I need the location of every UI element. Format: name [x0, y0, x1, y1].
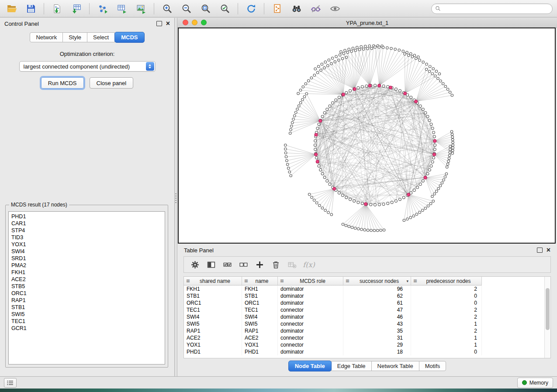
zoom-selected-button[interactable] [218, 2, 232, 15]
mcds-node-item[interactable]: SWI4 [9, 248, 165, 255]
network-graph[interactable] [179, 28, 555, 243]
mcds-node-item[interactable]: STP4 [9, 227, 165, 234]
cell-MCDS-role: connector [278, 320, 343, 327]
column-type-icon: ▦ [280, 279, 284, 283]
mcds-node-item[interactable]: GCR1 [9, 325, 165, 332]
close-panel-icon-button[interactable]: × [166, 21, 170, 26]
export-image-button[interactable] [134, 2, 148, 15]
zoom-out-button[interactable] [179, 2, 194, 15]
table-settings-button[interactable] [188, 258, 201, 271]
tab-mcds[interactable]: MCDS [114, 32, 144, 43]
mcds-result-list[interactable]: PHD1CAR1STP4TID3YOX1SWI4SRD1PMA2FKH1ACE2… [8, 211, 165, 364]
column-type-icon: ▦ [413, 279, 417, 283]
refresh-button[interactable] [244, 2, 258, 15]
mcds-node-item[interactable]: PMA2 [9, 262, 165, 269]
mcds-node-item[interactable]: CAR1 [9, 220, 165, 227]
table-row[interactable]: SWI4SWI4dominator462 [184, 313, 550, 320]
table-row[interactable]: SWI5SWI5connector431 [184, 320, 550, 327]
mcds-node-item[interactable]: PHD1 [9, 213, 165, 220]
search-field[interactable] [431, 3, 553, 14]
cell-successor-nodes: 35 [343, 327, 411, 334]
zoom-in-button[interactable] [160, 2, 174, 15]
optimization-criterion-select[interactable]: largest connected component (undirected) [19, 61, 156, 72]
tab-select[interactable]: Select [87, 32, 115, 42]
cell-name: SWI5 [242, 320, 278, 327]
save-session-button[interactable] [24, 2, 38, 15]
tab-style[interactable]: Style [62, 32, 87, 42]
table-row[interactable]: TEC1TEC1connector472 [184, 306, 550, 313]
float-table-panel-button[interactable] [537, 248, 543, 253]
column-header-shared-name[interactable]: ▦shared name [184, 277, 242, 285]
table-row[interactable]: RAP1RAP1dominator352 [184, 327, 550, 334]
zoom-fit-button[interactable] [198, 2, 213, 15]
table-panel-header: Table Panel × [177, 245, 557, 255]
mcds-node-item[interactable]: FKH1 [9, 269, 165, 276]
mcds-node-item[interactable]: TID3 [9, 234, 165, 241]
mcds-node-item[interactable]: ORC1 [9, 290, 165, 297]
open-file-button[interactable] [4, 2, 19, 15]
mcds-node-item[interactable]: YOX1 [9, 241, 165, 248]
show-graphics-button[interactable] [328, 2, 342, 15]
deselect-all-rows-button[interactable] [237, 258, 250, 271]
mcds-node-item[interactable]: STB1 [9, 304, 165, 311]
find-button[interactable] [289, 2, 304, 15]
search-input[interactable] [443, 5, 549, 12]
column-label: successor nodes [355, 278, 399, 284]
column-header-name[interactable]: ▦name [242, 277, 278, 285]
function-builder-button[interactable]: f(x) [301, 258, 315, 271]
cell-successor-nodes: 47 [343, 306, 411, 313]
panel-toggle-button[interactable] [4, 378, 17, 388]
memory-button[interactable]: Memory [517, 378, 553, 388]
table-panel-tabs: Node TableEdge TableNetwork TableMotifs [177, 361, 557, 371]
table-row[interactable]: PHD1PHD1dominator180 [184, 348, 550, 355]
run-mcds-button[interactable]: Run MCDS [41, 77, 84, 89]
tab-motifs[interactable]: Motifs [419, 361, 446, 371]
tab-edge-table[interactable]: Edge Table [331, 361, 372, 371]
tab-network-table[interactable]: Network Table [371, 361, 419, 371]
mcds-node-item[interactable]: STB5 [9, 283, 165, 290]
mcds-node-item[interactable]: SRD1 [9, 255, 165, 262]
cell-name: RAP1 [242, 327, 278, 334]
column-header-MCDS-role[interactable]: ▦MCDS role [278, 277, 343, 285]
float-panel-button[interactable] [156, 21, 162, 26]
delete-row-button[interactable] [269, 258, 282, 271]
close-panel-button[interactable]: Close panel [90, 77, 134, 89]
scrollbar-thumb[interactable] [546, 288, 550, 330]
table-scrollbar[interactable] [544, 277, 550, 358]
column-header-predecessor-nodes[interactable]: ▦predecessor nodes [411, 277, 482, 285]
table-row[interactable]: ACE2ACE2connector311 [184, 334, 550, 341]
tab-network[interactable]: Network [30, 32, 63, 42]
column-label: MCDS role [295, 278, 325, 284]
add-row-button[interactable] [253, 258, 266, 271]
mcds-node-item[interactable]: RAP1 [9, 297, 165, 304]
cell-name: ACE2 [242, 334, 278, 341]
hide-graphics-button[interactable] [308, 2, 323, 15]
import-table-button[interactable] [69, 2, 83, 15]
mcds-node-item[interactable]: TEC1 [9, 318, 165, 325]
table-header-row: ▦shared name▦name▦MCDS role▦successor no… [184, 277, 550, 285]
toolbar-separator [154, 3, 154, 14]
table-row[interactable]: STB1STB1dominator620 [184, 292, 550, 299]
tab-node-table[interactable]: Node Table [288, 361, 332, 371]
close-table-panel-button[interactable]: × [547, 248, 550, 252]
table-row[interactable]: YOX1YOX1connector291 [184, 341, 550, 348]
network-window: YPA_prune.txt_1 [177, 18, 557, 245]
clear-table-button[interactable] [285, 258, 298, 271]
column-header-successor-nodes[interactable]: ▦successor nodes▾ [343, 277, 411, 285]
column-label: predecessor nodes [422, 278, 471, 284]
cell-successor-nodes: 62 [343, 292, 411, 299]
sort-arrow-icon: ▾ [406, 279, 408, 283]
import-network-button[interactable] [50, 2, 64, 15]
mcds-node-item[interactable]: SWI5 [9, 311, 165, 318]
select-all-rows-button[interactable] [221, 258, 234, 271]
mcds-node-item[interactable]: ACE2 [9, 276, 165, 283]
table-row[interactable]: FKH1FKH1dominator962 [184, 285, 550, 292]
table-row[interactable]: ORC1ORC1dominator610 [184, 299, 550, 306]
export-network-button[interactable] [95, 2, 110, 15]
column-chooser-button[interactable] [204, 258, 218, 271]
network-from-clipboard-button[interactable] [270, 2, 284, 15]
network-canvas [178, 28, 556, 244]
cell-successor-nodes: 43 [343, 320, 411, 327]
export-table-button[interactable] [114, 2, 129, 15]
fx-icon: f(x) [301, 261, 315, 269]
